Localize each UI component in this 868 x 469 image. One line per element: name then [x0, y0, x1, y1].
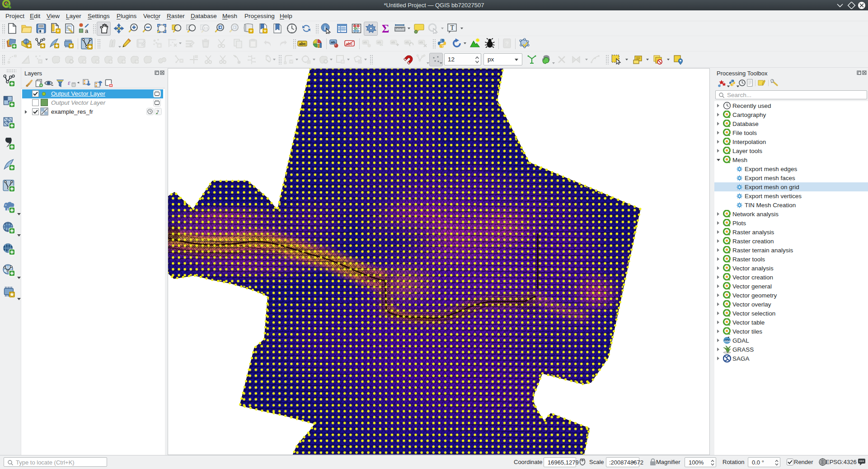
svg-text:ε: ε [68, 79, 70, 86]
